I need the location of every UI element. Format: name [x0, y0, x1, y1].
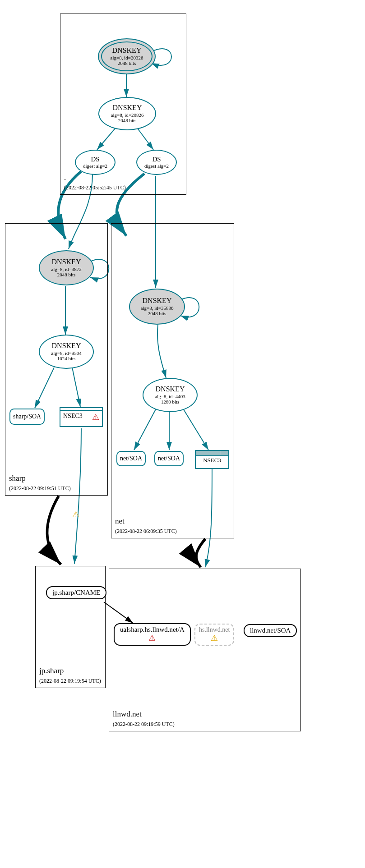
zone-sharp-name: sharp — [9, 474, 26, 482]
zone-net-ts: (2022-08-22 06:09:35 UTC) — [115, 528, 177, 534]
error-icon: ⚠ — [148, 634, 156, 643]
dnskey-sharp-ksk: DNSKEY alg=8, id=3872 2048 bits — [39, 250, 94, 285]
zone-llnwd-name: llnwd.net — [113, 710, 142, 718]
zone-llnwd-ts: (2022-08-22 09:19:59 UTC) — [113, 721, 175, 727]
warning-icon: ⚠ — [211, 634, 218, 643]
ds-left: DS digest alg=2 — [75, 150, 116, 175]
zone-llnwd: llnwd.net (2022-08-22 09:19:59 UTC) — [109, 569, 301, 731]
dnskey-sharp-zsk: DNSKEY alg=8, id=9504 1024 bits — [39, 335, 94, 369]
hs-llnwd-box: hs.llnwd.net ⚠ — [194, 624, 234, 646]
sharp-soa: sharp/SOA — [9, 409, 45, 425]
warning-icon: ⚠ — [72, 510, 79, 519]
net-soa2: net/SOA — [154, 451, 184, 466]
a-ualsharp: ualsharp.hs.llnwd.net/A ⚠ — [114, 623, 191, 646]
nsec3-net: NSEC3 — [195, 450, 229, 469]
nsec3-sharp: NSEC3 ⚠ — [60, 407, 103, 427]
zone-root-ts: (2022-08-22 05:52:45 UTC) — [64, 184, 126, 191]
zone-jpsharp-ts: (2022-08-22 09:19:54 UTC) — [39, 678, 101, 684]
zone-jpsharp-name: jp.sharp — [39, 666, 64, 675]
dnskey-root-ksk: DNSKEY alg=8, id=20326 2048 bits — [98, 38, 156, 74]
zone-root-name: . — [64, 173, 66, 182]
ds-right: DS digest alg=2 — [136, 150, 177, 175]
zone-jpsharp: jp.sharp (2022-08-22 09:19:54 UTC) — [35, 566, 106, 688]
dnskey-root-zsk: DNSKEY alg=8, id=20826 2048 bits — [98, 97, 156, 130]
error-icon: ⚠ — [92, 413, 99, 422]
cname-jpsharp: jp.sharp/CNAME — [46, 586, 106, 599]
zone-net-name: net — [115, 517, 125, 525]
zone-sharp-ts: (2022-08-22 09:19:51 UTC) — [9, 485, 71, 491]
net-soa1: net/SOA — [116, 451, 146, 466]
diagram-canvas: . (2022-08-22 05:52:45 UTC) sharp (2022-… — [0, 0, 365, 868]
llnwd-soa: llnwd.net/SOA — [244, 624, 297, 637]
dnskey-net-ksk: DNSKEY alg=8, id=35886 2048 bits — [129, 289, 185, 325]
dnskey-net-zsk: DNSKEY alg=8, id=4403 1280 bits — [143, 378, 198, 412]
